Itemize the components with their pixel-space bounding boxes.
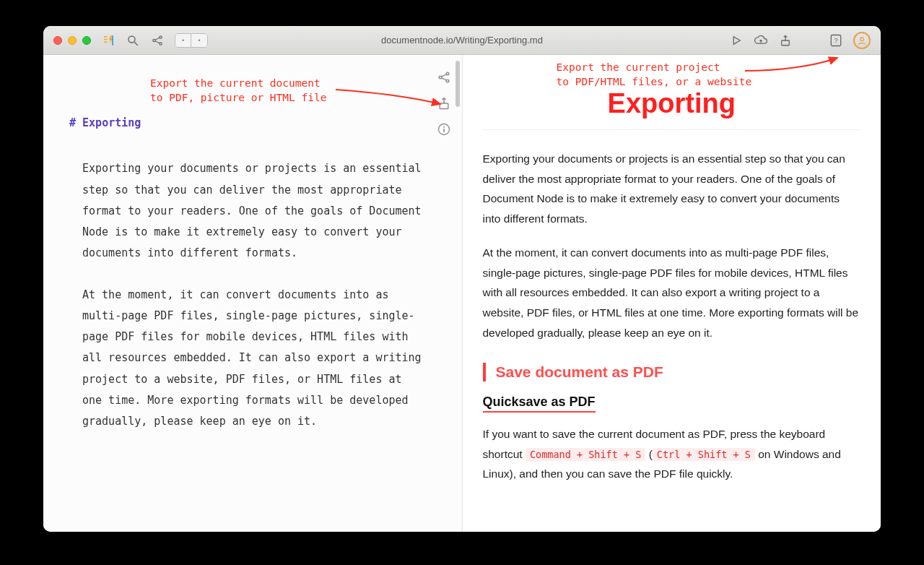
editor-paragraph: Exporting your documents or projects is … xyxy=(82,158,423,264)
editor-pane: # Exporting Exporting your documents or … xyxy=(43,55,463,532)
svg-rect-15 xyxy=(443,129,445,132)
export-document-icon[interactable] xyxy=(436,95,452,111)
cloud-upload-icon[interactable] xyxy=(754,33,768,48)
kbd-shortcut-win: Ctrl + Shift + S xyxy=(653,448,755,461)
svg-line-1 xyxy=(134,42,138,46)
preview-h2: Save document as PDF xyxy=(483,363,861,381)
preview-paragraph: Exporting your documents or projects is … xyxy=(483,149,861,228)
layout-toggle-left[interactable]: • xyxy=(175,34,191,47)
traffic-lights xyxy=(53,36,91,45)
editor-paragraph: At the moment, it can convert documents … xyxy=(82,285,423,433)
svg-rect-12 xyxy=(440,103,448,109)
app-window: • • documentnode.io/Writing/Exporting.md… xyxy=(43,26,881,532)
list-lightning-icon[interactable] xyxy=(101,33,116,48)
kbd-shortcut-mac: Command + Shift + S xyxy=(526,448,645,461)
svg-point-10 xyxy=(446,72,449,75)
titlebar: • • documentnode.io/Writing/Exporting.md… xyxy=(43,26,881,55)
svg-point-14 xyxy=(443,126,445,128)
toolbar-right: ? xyxy=(729,32,871,49)
toolbar-left: • • xyxy=(101,33,208,48)
svg-point-4 xyxy=(160,42,162,44)
content-split: # Exporting Exporting your documents or … xyxy=(43,55,881,532)
minimize-window-button[interactable] xyxy=(68,36,77,45)
annotation-export-project: Export the current project to PDF/HTML f… xyxy=(557,61,752,89)
layout-toggle-right[interactable]: • xyxy=(191,34,207,47)
svg-point-3 xyxy=(160,35,162,38)
annotation-arrow-left xyxy=(332,82,448,111)
outline-branch-icon[interactable] xyxy=(436,69,452,85)
preview-paragraph: If you want to save the current document… xyxy=(483,424,861,484)
search-icon[interactable] xyxy=(126,33,140,48)
annotation-arrow-right xyxy=(741,55,842,74)
svg-point-8 xyxy=(860,37,864,40)
preview-pane: Export the current project to PDF/HTML f… xyxy=(463,55,881,532)
svg-text:?: ? xyxy=(834,37,837,44)
help-book-icon[interactable]: ? xyxy=(829,33,843,48)
share-branch-icon[interactable] xyxy=(150,33,165,48)
run-play-icon[interactable] xyxy=(729,33,744,48)
preview-content: Exporting Exporting your documents or pr… xyxy=(483,88,861,499)
svg-point-2 xyxy=(153,39,155,41)
account-avatar[interactable] xyxy=(853,32,871,49)
editor-heading: # Exporting xyxy=(69,113,423,134)
layout-toggle[interactable]: • • xyxy=(175,33,208,48)
preview-h3: Quicksave as PDF xyxy=(483,394,596,413)
markdown-editor[interactable]: # Exporting Exporting your documents or … xyxy=(69,113,423,452)
editor-side-actions xyxy=(436,69,452,137)
svg-point-0 xyxy=(128,36,135,43)
annotation-export-document: Export the current document to PDF, pict… xyxy=(150,77,326,105)
svg-point-11 xyxy=(446,79,449,82)
preview-title: Exporting xyxy=(483,88,861,130)
export-project-icon[interactable] xyxy=(778,33,793,48)
svg-rect-5 xyxy=(782,40,790,46)
zoom-window-button[interactable] xyxy=(82,36,91,45)
close-window-button[interactable] xyxy=(53,36,62,45)
scrollbar-thumb[interactable] xyxy=(456,61,460,107)
preview-paragraph: At the moment, it can convert documents … xyxy=(483,243,861,342)
info-icon[interactable] xyxy=(436,121,452,137)
svg-point-9 xyxy=(439,76,442,79)
